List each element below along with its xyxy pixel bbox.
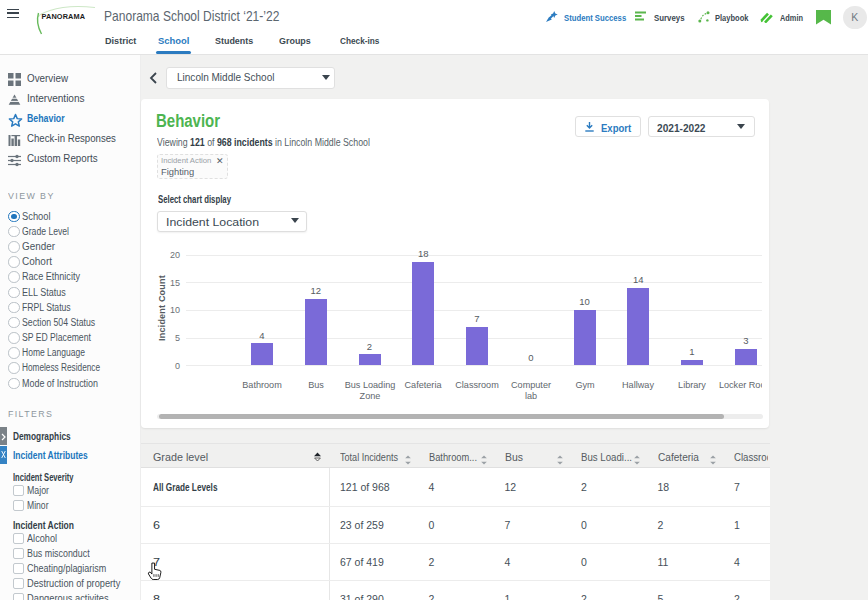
svg-text:PANORAMA: PANORAMA (42, 12, 86, 21)
